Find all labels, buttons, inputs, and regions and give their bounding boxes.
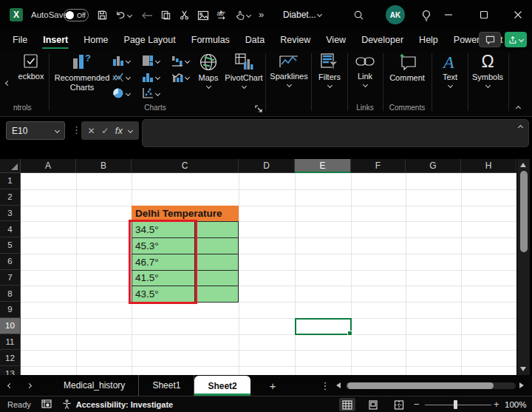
ribbon-tab[interactable]: Developer xyxy=(361,32,404,48)
histogram-chart-button[interactable] xyxy=(142,71,160,83)
ribbon-tab[interactable]: Page Layout xyxy=(123,32,177,48)
zoom-slider-track[interactable] xyxy=(425,405,491,405)
select-all-corner[interactable] xyxy=(0,159,21,173)
scroll-left-icon[interactable] xyxy=(336,382,341,388)
row-header-9[interactable]: 9 xyxy=(0,302,21,318)
page-layout-view-button[interactable] xyxy=(365,398,381,411)
sparklines-button[interactable]: Sparklines xyxy=(267,53,310,87)
zoom-in-icon[interactable]: + xyxy=(494,399,499,410)
save-icon[interactable] xyxy=(96,9,109,21)
row-header-12[interactable]: 12 xyxy=(0,350,21,366)
scroll-right-icon[interactable] xyxy=(519,382,524,388)
picture-icon[interactable] xyxy=(197,9,209,21)
scroll-up-icon[interactable] xyxy=(520,163,526,167)
ribbon-tab[interactable]: Data xyxy=(245,32,265,48)
ribbon-tab[interactable]: View xyxy=(325,32,347,48)
text-button[interactable]: A Text xyxy=(434,53,466,87)
ribbon-tab[interactable]: Formulas xyxy=(191,32,231,48)
lightbulb-icon[interactable] xyxy=(420,9,432,21)
ribbon-tab[interactable]: Help xyxy=(418,32,439,48)
formula-input[interactable] xyxy=(142,119,529,147)
qat-overflow-icon[interactable]: » xyxy=(259,9,264,20)
row-header-2[interactable]: 2 xyxy=(0,189,21,206)
pivotchart-button[interactable]: PivotChart xyxy=(224,53,264,88)
column-header-A[interactable]: A xyxy=(21,159,76,173)
comment-button[interactable]: Comment xyxy=(385,53,429,83)
comments-pane-button[interactable] xyxy=(479,32,501,47)
minimize-button[interactable] xyxy=(442,9,455,21)
document-title[interactable]: Diabet... xyxy=(283,10,316,20)
ribbon-tab[interactable]: File xyxy=(12,32,28,48)
zoom-level[interactable]: 100% xyxy=(505,400,526,409)
column-header-H[interactable]: H xyxy=(461,159,516,173)
row-header-5[interactable]: 5 xyxy=(0,237,21,254)
undo-icon[interactable] xyxy=(115,9,127,21)
row-header-8[interactable]: 8 xyxy=(0,286,21,302)
touch-mode-icon[interactable] xyxy=(233,9,246,21)
enter-icon[interactable]: ✓ xyxy=(101,126,109,136)
next-sheet-icon[interactable] xyxy=(19,375,38,396)
column-header-E[interactable]: E xyxy=(295,159,351,173)
treemap-chart-button[interactable] xyxy=(142,55,160,67)
sheet-tab[interactable]: Medical_history xyxy=(50,375,139,396)
row-header-7[interactable]: 7 xyxy=(0,270,21,286)
autosave-toggle[interactable]: Off xyxy=(64,9,89,21)
accessibility-icon[interactable] xyxy=(62,399,72,409)
vertical-scrollbar-thumb[interactable] xyxy=(520,171,528,252)
undo-dropdown-icon[interactable] xyxy=(127,13,132,18)
row-header-10[interactable]: 10 xyxy=(0,318,21,334)
recommended-charts-button[interactable]: ? Recommended Charts xyxy=(53,53,111,92)
column-header-G[interactable]: G xyxy=(406,159,461,173)
ribbon-tab[interactable]: Insert xyxy=(42,32,69,48)
cut-icon[interactable] xyxy=(178,9,191,21)
row-header-3[interactable]: 3 xyxy=(0,206,21,222)
ribbon-scroll-left-icon[interactable] xyxy=(5,81,10,86)
charts-dialog-launcher-icon[interactable] xyxy=(255,105,263,113)
column-header-B[interactable]: B xyxy=(76,159,132,173)
search-icon[interactable] xyxy=(352,9,365,21)
scroll-down-icon[interactable] xyxy=(520,367,526,371)
insert-function-icon[interactable]: fx xyxy=(115,125,123,136)
table-empty-cell[interactable] xyxy=(194,237,239,254)
collapse-ribbon-icon[interactable] xyxy=(516,106,521,111)
line-chart-button[interactable] xyxy=(112,71,130,83)
normal-view-button[interactable] xyxy=(339,398,355,411)
sheet-tab-options-icon[interactable]: ⋮ xyxy=(321,375,330,396)
table-empty-cell[interactable] xyxy=(194,254,239,271)
column-header-F[interactable]: F xyxy=(351,159,406,173)
row-header-6[interactable]: 6 xyxy=(0,254,21,270)
share-button[interactable] xyxy=(505,32,527,47)
row-header-1[interactable]: 1 xyxy=(0,173,21,189)
pie-chart-button[interactable] xyxy=(112,87,130,99)
horizontal-scrollbar-thumb[interactable] xyxy=(347,382,494,389)
link-button[interactable]: Link xyxy=(349,53,381,87)
name-box-resize-handle[interactable]: ⋮ xyxy=(72,124,81,135)
new-sheet-button[interactable]: + xyxy=(270,375,276,396)
sheet-tab[interactable]: Sheet2 xyxy=(194,376,250,396)
close-button[interactable] xyxy=(511,9,525,21)
combo-chart-button[interactable] xyxy=(171,71,189,83)
copy-icon[interactable] xyxy=(160,9,172,21)
zoom-slider-knob[interactable] xyxy=(454,400,457,409)
title-dropdown-icon[interactable] xyxy=(317,12,322,17)
sheet-tab[interactable]: Sheet1 xyxy=(139,375,194,396)
touch-mode-dropdown-icon[interactable] xyxy=(246,13,251,18)
row-header-11[interactable]: 11 xyxy=(0,334,21,351)
column-header-D[interactable]: D xyxy=(239,159,295,173)
table-empty-cell[interactable] xyxy=(194,270,239,287)
table-empty-cell[interactable] xyxy=(194,286,239,303)
active-cell-selection[interactable] xyxy=(295,318,352,335)
column-header-C[interactable]: C xyxy=(132,159,239,173)
zoom-out-icon[interactable]: − xyxy=(414,399,420,410)
previous-sheet-icon[interactable] xyxy=(0,375,19,396)
waterfall-chart-button[interactable] xyxy=(171,55,189,67)
name-box[interactable]: E10 xyxy=(6,121,65,140)
maps-button[interactable]: Maps xyxy=(194,53,223,88)
row-header-4[interactable]: 4 xyxy=(0,221,21,237)
vertical-scrollbar[interactable] xyxy=(517,159,530,375)
cancel-icon[interactable]: ✕ xyxy=(88,126,95,136)
ribbon-tab[interactable]: Home xyxy=(83,32,109,48)
table-empty-cell[interactable] xyxy=(194,221,239,238)
checkbox-button[interactable]: eckbox xyxy=(15,53,47,81)
page-break-view-button[interactable] xyxy=(391,398,407,411)
